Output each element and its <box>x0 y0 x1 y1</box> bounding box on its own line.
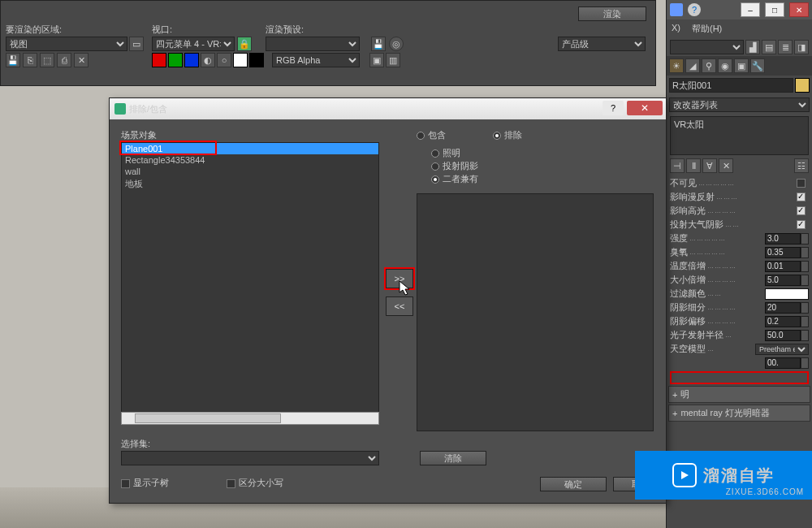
spin-intensity[interactable]: 3.0 <box>765 233 801 245</box>
radio-shadow[interactable] <box>431 162 439 171</box>
spinner-arrows[interactable] <box>801 357 809 369</box>
swatch-black[interactable] <box>249 53 264 67</box>
overlay-icon[interactable]: ▣ <box>369 53 384 67</box>
spinner-arrows[interactable] <box>801 275 809 286</box>
split-icon[interactable]: ▥ <box>386 53 400 67</box>
list-item[interactable]: wall <box>122 166 378 177</box>
spinner-arrows[interactable] <box>801 233 809 245</box>
exclude-button-highlight[interactable] <box>670 371 809 384</box>
green-channel-icon[interactable] <box>168 53 183 67</box>
chk-diffuse[interactable] <box>797 193 806 201</box>
spin-turb[interactable]: 0.01 <box>765 261 801 272</box>
mirror-icon[interactable]: ▟ <box>745 40 760 54</box>
maximize-button[interactable]: □ <box>765 2 784 17</box>
save-preset-icon[interactable]: 💾 <box>371 37 386 51</box>
utilities-tab-icon[interactable]: 🔧 <box>750 58 765 73</box>
modifier-item[interactable]: VR太阳 <box>674 119 704 129</box>
motion-tab-icon[interactable]: ◉ <box>718 58 732 73</box>
rollout-shadow[interactable]: +明 <box>668 386 810 403</box>
remove-mod-icon[interactable]: ✕ <box>719 158 733 173</box>
spin-ozone[interactable]: 0.35 <box>765 247 801 258</box>
red-channel-icon[interactable] <box>152 53 166 67</box>
blue-channel-icon[interactable] <box>184 53 199 67</box>
spinner-arrows[interactable] <box>801 247 809 258</box>
dialog-help-button[interactable]: ? <box>603 101 624 115</box>
chk-atmos[interactable] <box>797 220 806 229</box>
layers-icon[interactable]: ≣ <box>778 40 793 54</box>
scene-explorer-icon[interactable]: ◨ <box>794 40 809 54</box>
region-icon[interactable]: ▭ <box>129 37 144 51</box>
move-right-button[interactable]: >> <box>386 269 413 288</box>
object-color-swatch[interactable] <box>795 78 810 93</box>
preset-dropdown[interactable] <box>266 37 360 51</box>
minimize-button[interactable]: – <box>741 2 760 17</box>
spinner-arrows[interactable] <box>801 316 809 327</box>
radio-exclude[interactable] <box>493 132 501 140</box>
sky-model-dropdown[interactable]: Preetham et <box>755 344 809 355</box>
selection-set-dropdown[interactable] <box>121 451 379 465</box>
scrollbar-thumb[interactable] <box>135 413 281 423</box>
spin-extra[interactable]: 00. <box>765 357 801 369</box>
window-close-button[interactable]: ✕ <box>789 2 809 17</box>
chk-showtree[interactable] <box>121 479 130 488</box>
target-icon[interactable]: ◎ <box>389 37 404 51</box>
swatch-white[interactable] <box>233 53 248 67</box>
viewport-dropdown[interactable]: 四元菜单 4 - VR‡ <box>152 37 235 51</box>
watermark-logo: 溜溜自学 ZIXUE.3D66.COM <box>635 451 812 500</box>
modifier-stack[interactable]: VR太阳 <box>670 116 809 155</box>
modifier-list-dropdown[interactable]: 改改器列表 <box>669 97 810 112</box>
rollout-mentalray[interactable]: +mental ray 灯光明暗器 <box>668 405 810 422</box>
excluded-list[interactable] <box>417 193 654 431</box>
dialog-close-button[interactable]: ✕ <box>627 101 663 115</box>
mono-channel-icon[interactable]: ○ <box>217 53 231 67</box>
clear-icon[interactable]: ✕ <box>74 53 89 67</box>
radio-illum[interactable] <box>431 149 439 158</box>
chk-case[interactable] <box>227 479 235 488</box>
spin-shadowbias[interactable]: 0.2 <box>765 316 801 327</box>
align-icon[interactable]: ▤ <box>762 40 776 54</box>
display-tab-icon[interactable]: ▣ <box>734 58 749 73</box>
radio-both[interactable] <box>431 175 439 184</box>
modify-tab-icon[interactable]: ◢ <box>685 58 700 73</box>
channel-dropdown[interactable]: RGB Alpha <box>272 53 360 67</box>
create-tab-icon[interactable]: ☀ <box>669 58 684 73</box>
spinner-arrows[interactable] <box>801 302 809 314</box>
clone-icon[interactable]: ⬚ <box>40 53 54 67</box>
spin-size[interactable]: 5.0 <box>765 275 801 286</box>
quality-dropdown[interactable]: 产品级 <box>558 37 646 51</box>
list-item[interactable]: Plane001 <box>122 143 378 154</box>
spin-photon[interactable]: 50.0 <box>765 330 801 341</box>
unique-icon[interactable]: ∀ <box>702 158 717 173</box>
chk-invisible[interactable] <box>797 179 806 188</box>
spin-shadowsub[interactable]: 20 <box>765 302 801 314</box>
object-name-field[interactable] <box>669 78 793 93</box>
named-sel-dropdown[interactable] <box>670 40 744 54</box>
show-result-icon[interactable]: Ⅱ <box>686 158 701 173</box>
dialog-titlebar[interactable]: 排除/包含 ? ✕ <box>110 98 666 119</box>
print-icon[interactable]: ⎙ <box>57 53 71 67</box>
area-dropdown[interactable]: 视图 <box>6 37 127 51</box>
ok-button[interactable]: 确定 <box>540 477 607 491</box>
move-left-button[interactable]: << <box>386 296 413 316</box>
filter-color-swatch[interactable] <box>765 288 809 300</box>
list-item[interactable]: 地板 <box>122 177 378 191</box>
menu-x[interactable]: X) <box>672 23 680 35</box>
list-scrollbar[interactable] <box>121 412 379 425</box>
clear-button[interactable]: 清除 <box>420 451 486 465</box>
lock-icon[interactable]: 🔒 <box>237 37 252 51</box>
hierarchy-tab-icon[interactable]: ⚲ <box>702 58 716 73</box>
alpha-channel-icon[interactable]: ◐ <box>201 53 215 67</box>
save-icon[interactable]: 💾 <box>6 53 20 67</box>
help-icon[interactable]: ? <box>688 3 701 16</box>
pin-stack-icon[interactable]: ⊣ <box>670 158 685 173</box>
spinner-arrows[interactable] <box>801 330 809 341</box>
chk-specular[interactable] <box>797 206 806 215</box>
spinner-arrows[interactable] <box>801 261 809 272</box>
render-button[interactable]: 渲染 <box>578 6 646 21</box>
menu-help[interactable]: 帮助(H) <box>692 23 722 35</box>
copy-icon[interactable]: ⎘ <box>23 53 37 67</box>
list-item[interactable]: Rectangle34353844 <box>122 154 378 166</box>
configure-sets-icon[interactable]: ☷ <box>794 158 809 173</box>
scene-objects-list[interactable]: Plane001 Rectangle34353844 wall 地板 <box>121 142 379 418</box>
radio-include[interactable] <box>417 132 425 140</box>
